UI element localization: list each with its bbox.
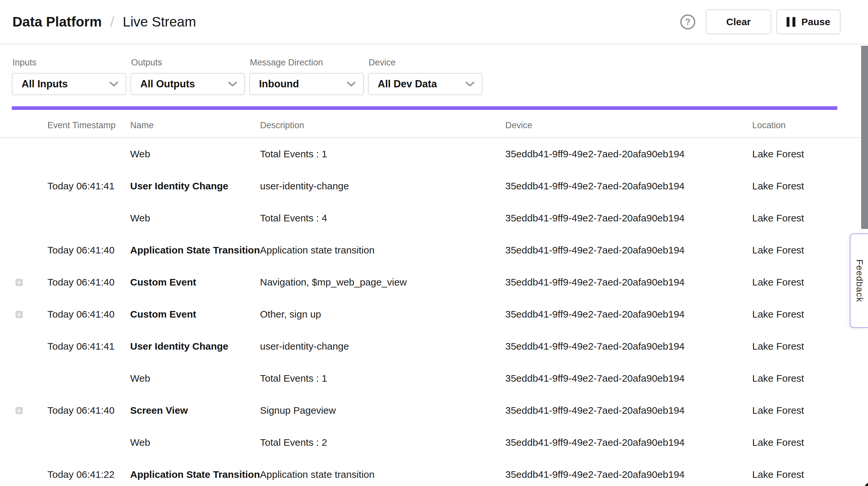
filter-bar: Inputs All Inputs Outputs All Outputs Me… bbox=[0, 44, 868, 95]
row-description: Other, sign up bbox=[260, 309, 505, 320]
row-event-timestamp: Today 06:41:40 bbox=[48, 309, 130, 320]
row-location: Lake Forest bbox=[752, 341, 868, 352]
row-device-id: 35eddb41-9ff9-49e2-7aed-20afa90eb194 bbox=[505, 309, 752, 320]
filter-outputs: Outputs All Outputs bbox=[130, 58, 245, 95]
table-row[interactable]: Web Total Events : 4 35eddb41-9ff9-49e2-… bbox=[0, 202, 868, 234]
breadcrumb: Data Platform / Live Stream bbox=[12, 14, 196, 30]
table-row[interactable]: Today 06:41:41 User Identity Change user… bbox=[0, 170, 868, 202]
filter-device-value: All Dev Data bbox=[378, 78, 437, 90]
table-row[interactable]: Web Total Events : 2 35eddb41-9ff9-49e2-… bbox=[0, 426, 868, 458]
table-row[interactable]: Today 06:41:41 User Identity Change user… bbox=[0, 330, 868, 362]
filter-outputs-label: Outputs bbox=[131, 58, 245, 68]
pause-icon bbox=[786, 17, 796, 27]
row-name: Application State Transition bbox=[130, 469, 260, 480]
row-description: Signup Pageview bbox=[260, 405, 505, 416]
filter-device-label: Device bbox=[369, 58, 483, 68]
table-row[interactable]: + Today 06:41:40 Screen View Signup Page… bbox=[0, 394, 868, 426]
row-device-id: 35eddb41-9ff9-49e2-7aed-20afa90eb194 bbox=[505, 341, 752, 352]
chevron-down-icon bbox=[228, 82, 237, 87]
filter-inputs-select[interactable]: All Inputs bbox=[12, 73, 126, 95]
chevron-down-icon bbox=[465, 82, 474, 87]
filter-outputs-select[interactable]: All Outputs bbox=[130, 73, 245, 95]
filter-device: Device All Dev Data bbox=[368, 58, 483, 95]
column-header-name: Name bbox=[130, 120, 260, 130]
row-device-id: 35eddb41-9ff9-49e2-7aed-20afa90eb194 bbox=[505, 437, 752, 448]
row-name: Custom Event bbox=[130, 277, 260, 288]
table-row[interactable]: + Today 06:41:40 Custom Event Other, sig… bbox=[0, 298, 868, 330]
row-device-id: 35eddb41-9ff9-49e2-7aed-20afa90eb194 bbox=[505, 213, 752, 224]
vertical-scrollbar[interactable] bbox=[861, 46, 868, 229]
row-description: user-identity-change bbox=[260, 341, 505, 352]
filter-inputs-label: Inputs bbox=[12, 58, 126, 68]
row-location: Lake Forest bbox=[752, 469, 868, 480]
table-header-row: Event Timestamp Name Description Device … bbox=[0, 110, 868, 138]
row-event-timestamp: Today 06:41:40 bbox=[48, 405, 130, 416]
row-location: Lake Forest bbox=[752, 373, 868, 384]
table-row[interactable]: Web Total Events : 1 35eddb41-9ff9-49e2-… bbox=[0, 362, 868, 394]
event-table-body: Web Total Events : 1 35eddb41-9ff9-49e2-… bbox=[0, 138, 868, 486]
chevron-down-icon bbox=[109, 82, 118, 87]
table-row[interactable]: Web Total Events : 1 35eddb41-9ff9-49e2-… bbox=[0, 138, 868, 170]
table-row[interactable]: + Today 06:41:40 Custom Event Navigation… bbox=[0, 266, 868, 298]
row-device-id: 35eddb41-9ff9-49e2-7aed-20afa90eb194 bbox=[505, 405, 752, 416]
filter-device-select[interactable]: All Dev Data bbox=[368, 73, 483, 95]
expand-plus-icon[interactable]: + bbox=[16, 279, 23, 286]
row-description: Total Events : 2 bbox=[260, 437, 505, 448]
pause-button-label: Pause bbox=[801, 17, 830, 28]
row-location: Lake Forest bbox=[752, 181, 868, 192]
row-expand-cell: + bbox=[0, 407, 48, 414]
filter-inputs: Inputs All Inputs bbox=[12, 58, 126, 95]
row-expand-cell: + bbox=[0, 311, 48, 318]
row-name: Screen View bbox=[130, 405, 260, 416]
row-device-id: 35eddb41-9ff9-49e2-7aed-20afa90eb194 bbox=[505, 245, 752, 256]
row-name: Web bbox=[130, 213, 260, 224]
row-name: Custom Event bbox=[130, 309, 260, 320]
row-event-timestamp: Today 06:41:40 bbox=[48, 277, 130, 288]
row-name: Application State Transition bbox=[130, 245, 260, 256]
row-name: Web bbox=[130, 437, 260, 448]
row-device-id: 35eddb41-9ff9-49e2-7aed-20afa90eb194 bbox=[505, 181, 752, 192]
accent-divider bbox=[12, 106, 837, 110]
expand-plus-icon[interactable]: + bbox=[16, 407, 23, 414]
chevron-down-icon bbox=[347, 82, 356, 87]
filter-message-direction-label: Message Direction bbox=[250, 58, 364, 68]
table-row[interactable]: Today 06:41:40 Application State Transit… bbox=[0, 234, 868, 266]
row-event-timestamp: Today 06:41:41 bbox=[48, 181, 130, 192]
row-location: Lake Forest bbox=[752, 149, 868, 160]
pause-button[interactable]: Pause bbox=[776, 9, 840, 34]
row-name: Web bbox=[130, 149, 260, 160]
column-header-location: Location bbox=[752, 120, 868, 130]
row-event-timestamp: Today 06:41:40 bbox=[48, 245, 130, 256]
expand-plus-icon[interactable]: + bbox=[16, 311, 23, 318]
clear-button[interactable]: Clear bbox=[706, 9, 771, 34]
breadcrumb-separator: / bbox=[110, 14, 114, 30]
clear-button-label: Clear bbox=[726, 17, 751, 28]
row-description: user-identity-change bbox=[260, 181, 505, 192]
feedback-tab[interactable]: Feedback bbox=[850, 233, 868, 328]
help-icon[interactable]: ? bbox=[680, 14, 695, 29]
row-location: Lake Forest bbox=[752, 405, 868, 416]
page-header: Data Platform / Live Stream ? Clear Paus… bbox=[0, 0, 868, 44]
row-description: Navigation, $mp_web_page_view bbox=[260, 277, 505, 288]
filter-message-direction-select[interactable]: Inbound bbox=[249, 73, 364, 95]
table-row[interactable]: Today 06:41:22 Application State Transit… bbox=[0, 458, 868, 486]
filter-message-direction: Message Direction Inbound bbox=[249, 58, 364, 95]
feedback-tab-label: Feedback bbox=[854, 260, 865, 302]
live-stream-table: Event Timestamp Name Description Device … bbox=[0, 110, 868, 486]
row-location: Lake Forest bbox=[752, 213, 868, 224]
row-event-timestamp: Today 06:41:41 bbox=[48, 341, 130, 352]
filter-message-direction-value: Inbound bbox=[259, 78, 299, 90]
breadcrumb-section[interactable]: Data Platform bbox=[12, 14, 102, 30]
column-header-event-timestamp: Event Timestamp bbox=[48, 120, 130, 130]
row-location: Lake Forest bbox=[752, 437, 868, 448]
row-description: Total Events : 1 bbox=[260, 149, 505, 160]
help-icon-glyph: ? bbox=[685, 17, 691, 27]
row-description: Total Events : 1 bbox=[260, 373, 505, 384]
row-description: Application state transition bbox=[260, 245, 505, 256]
column-header-device: Device bbox=[505, 120, 752, 130]
row-description: Total Events : 4 bbox=[260, 213, 505, 224]
row-device-id: 35eddb41-9ff9-49e2-7aed-20afa90eb194 bbox=[505, 373, 752, 384]
row-device-id: 35eddb41-9ff9-49e2-7aed-20afa90eb194 bbox=[505, 277, 752, 288]
row-name: User Identity Change bbox=[130, 341, 260, 352]
row-device-id: 35eddb41-9ff9-49e2-7aed-20afa90eb194 bbox=[505, 469, 752, 480]
